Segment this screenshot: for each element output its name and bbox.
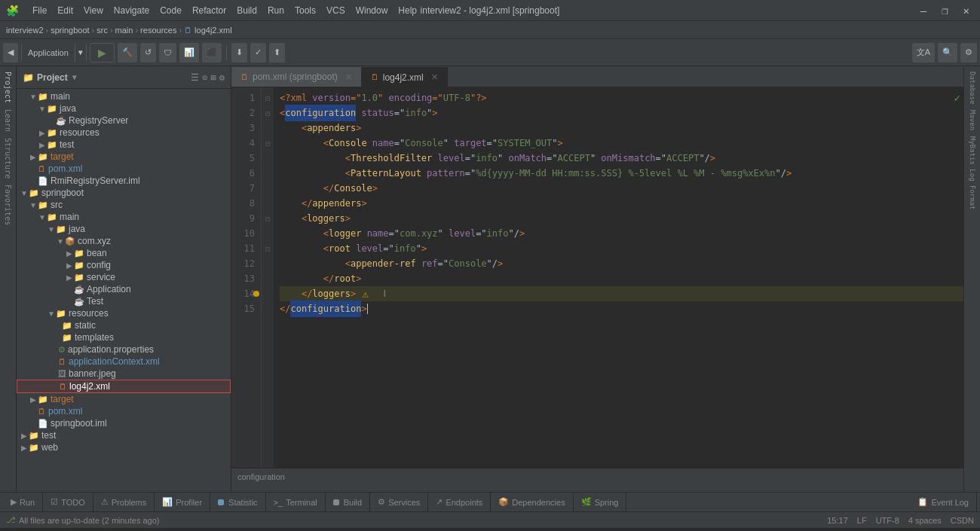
tree-item-springboot[interactable]: ▼ 📁 springboot (17, 187, 231, 199)
bottom-tab-terminal[interactable]: >_ Terminal (266, 493, 326, 512)
tab-log4j2-close[interactable]: ✕ (431, 72, 438, 82)
fold-6[interactable] (262, 166, 274, 181)
menu-vcs[interactable]: VCS (322, 4, 350, 17)
status-lf[interactable]: LF (857, 516, 867, 525)
tree-item-log4j2[interactable]: 🗒 log4j2.xml (17, 380, 231, 393)
tree-item-web[interactable]: ▶ 📁 web (17, 441, 231, 453)
tab-pom[interactable]: 🗒 pom.xml (springboot) ✕ (231, 67, 362, 87)
fold-15[interactable] (262, 301, 274, 316)
menu-window[interactable]: Window (351, 4, 393, 17)
bottom-tab-problems[interactable]: ⚠ Problems (93, 493, 155, 512)
profiler-button[interactable]: 📊 (179, 43, 199, 63)
menu-code[interactable]: Code (155, 4, 186, 17)
code-content[interactable]: <?xml version="1.0" encoding="UTF-8"?> ✓… (274, 87, 963, 468)
breadcrumb-item-5[interactable]: log4j2.xml (194, 26, 232, 35)
tab-log4j2[interactable]: 🗒 log4j2.xml ✕ (362, 67, 448, 87)
stop-button[interactable]: ⬛ (202, 43, 222, 63)
tree-item-pom-sb[interactable]: 🗒 pom.xml (17, 405, 231, 417)
tree-item-resources-sb[interactable]: ▼ 📁 resources (17, 307, 231, 319)
translate-btn[interactable]: 文A (912, 43, 935, 63)
sidebar-project-icon[interactable]: Project (2, 69, 14, 105)
breadcrumb-item-1[interactable]: springboot (51, 26, 89, 35)
coverage-button[interactable]: 🛡 (159, 43, 176, 63)
menu-view[interactable]: View (79, 4, 108, 17)
sidebar-learn-icon[interactable]: Learn (2, 107, 14, 134)
tree-item-banner[interactable]: 🖼 banner.jpeg (17, 368, 231, 380)
tree-item-com-xyz[interactable]: ▼ 📦 com.xyz (17, 235, 231, 247)
menu-help[interactable]: Help (394, 4, 421, 17)
menu-file[interactable]: File (28, 4, 51, 17)
fold-13[interactable] (262, 271, 274, 286)
horizontal-scrollbar[interactable] (231, 484, 963, 492)
bottom-tab-eventlog[interactable]: 📋 Event Log (910, 493, 977, 512)
tree-item-main[interactable]: ▼ 📁 main (17, 90, 231, 102)
tree-item-static[interactable]: 📁 static (17, 319, 231, 331)
tree-item-target-top[interactable]: ▶ 📁 target (17, 151, 231, 163)
sidebar-mybatis-icon[interactable]: MyBatis Log Format (967, 134, 978, 212)
fold-10[interactable] (262, 226, 274, 241)
fold-8[interactable] (262, 196, 274, 211)
bottom-tab-todo[interactable]: ☑ TODO (43, 493, 93, 512)
tree-item-registryserver[interactable]: ☕ RegistryServer (17, 114, 231, 127)
tree-item-app-ctx[interactable]: 🗒 applicationContext.xml (17, 356, 231, 368)
sidebar-favorites-icon[interactable]: Favorites (2, 182, 14, 227)
tree-item-rmi[interactable]: 📄 RmiRegistryServer.iml (17, 175, 231, 187)
minimize-button[interactable]: — (916, 3, 931, 18)
git-push-btn[interactable]: ⬆ (269, 43, 285, 63)
tree-item-pom-interview2[interactable]: 🗒 pom.xml (17, 163, 231, 175)
tree-item-resources-top[interactable]: ▶ 📁 resources (17, 127, 231, 139)
bottom-tab-run[interactable]: ▶ Run (3, 493, 43, 512)
panel-scroll-to-source-icon[interactable]: ⊙ (202, 72, 207, 83)
breadcrumb-item-4[interactable]: resources (140, 26, 176, 35)
bottom-tab-spring[interactable]: 🌿 Spring (574, 493, 627, 512)
fold-14[interactable] (262, 286, 274, 301)
run-config-dropdown-arrow[interactable]: ▼ (75, 43, 86, 63)
fold-7[interactable] (262, 181, 274, 196)
sidebar-structure-icon[interactable]: Structure (2, 136, 14, 181)
fold-1[interactable]: ⊟ (262, 90, 274, 105)
tree-item-target-sb[interactable]: ▶ 📁 target (17, 393, 231, 405)
refresh-button[interactable]: ↺ (140, 43, 156, 63)
bottom-tab-build[interactable]: Build (326, 493, 370, 512)
tree-item-service[interactable]: ▶ 📁 service (17, 271, 231, 283)
fold-2[interactable]: ⊟ (262, 105, 274, 121)
tree-item-java-sb[interactable]: ▼ 📁 java (17, 223, 231, 235)
maximize-button[interactable]: ❐ (937, 3, 952, 18)
status-encoding[interactable]: UTF-8 (876, 516, 899, 525)
build-button[interactable]: 🔨 (118, 43, 137, 63)
sidebar-maven-icon[interactable]: Maven (967, 108, 978, 133)
tree-item-bean[interactable]: ▶ 📁 bean (17, 247, 231, 259)
run-button[interactable]: ▶ (90, 43, 115, 63)
breadcrumb-item-3[interactable]: main (115, 26, 133, 35)
tree-item-main-sb[interactable]: ▼ 📁 main (17, 211, 231, 223)
breadcrumb-item-2[interactable]: src (96, 26, 108, 35)
tree-item-application[interactable]: ☕ Application (17, 283, 231, 295)
tree-item-templates[interactable]: 📁 templates (17, 331, 231, 343)
menu-run[interactable]: Run (263, 4, 289, 17)
tree-item-app-props[interactable]: ⚙ application.properties (17, 343, 231, 356)
menu-navigate[interactable]: Navigate (109, 4, 154, 17)
sidebar-database-icon[interactable]: Database (967, 69, 978, 106)
git-update-btn[interactable]: ⬇ (231, 43, 247, 63)
fold-4[interactable]: ⊟ (262, 136, 274, 151)
tree-item-test-root[interactable]: ▶ 📁 test (17, 429, 231, 441)
status-indent[interactable]: 4 spaces (908, 516, 942, 525)
fold-5[interactable] (262, 151, 274, 166)
close-button[interactable]: ✕ (959, 3, 974, 18)
search-everywhere-btn[interactable]: 🔍 (938, 43, 957, 63)
fold-12[interactable] (262, 256, 274, 271)
menu-tools[interactable]: Tools (290, 4, 320, 17)
tree-item-java[interactable]: ▼ 📁 java (17, 102, 231, 114)
git-commit-btn[interactable]: ✓ (250, 43, 266, 63)
breadcrumb-item-0[interactable]: interview2 (6, 26, 44, 35)
settings-btn[interactable]: ⚙ (960, 43, 977, 63)
tab-pom-close[interactable]: ✕ (345, 72, 352, 82)
toolbar-back-btn[interactable]: ◀ (3, 43, 18, 63)
panel-settings-icon[interactable]: ⚙ (219, 72, 225, 83)
fold-9[interactable]: ⊟ (262, 211, 274, 226)
bottom-tab-statistic[interactable]: Statistic (210, 493, 266, 512)
tree-item-test-top[interactable]: ▶ 📁 test (17, 139, 231, 151)
status-position[interactable]: 15:17 (827, 516, 848, 525)
bottom-tab-endpoints[interactable]: ↗ Endpoints (428, 493, 491, 512)
tree-item-src[interactable]: ▼ 📁 src (17, 199, 231, 211)
